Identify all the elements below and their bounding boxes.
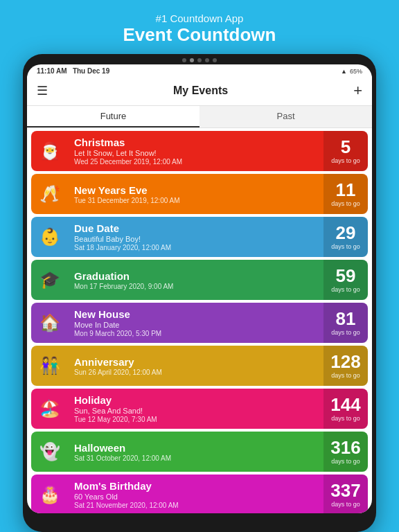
event-info: Mom's Birthday 60 Years Old Sat 21 Novem… — [69, 475, 323, 513]
event-icon: 🎅 — [31, 131, 69, 171]
event-countdown: 337 days to go — [323, 475, 368, 513]
event-name: Halloween — [74, 442, 318, 454]
event-row[interactable]: 🎅 Christmas Let It Snow, Let It Snow! We… — [31, 131, 368, 171]
event-icon: 🎓 — [31, 260, 69, 300]
event-icon: 🏖️ — [31, 389, 69, 429]
event-row[interactable]: 🏠 New House Move In Date Mon 9 March 202… — [31, 303, 368, 343]
event-name: Christmas — [74, 136, 318, 148]
event-row[interactable]: 👻 Halloween Sat 31 October 2020, 12:00 A… — [31, 432, 368, 472]
event-name: Holiday — [74, 394, 318, 406]
event-name: Due Date — [74, 222, 318, 234]
event-row[interactable]: 👶 Due Date Beautiful Baby Boy! Sat 18 Ja… — [31, 217, 368, 257]
countdown-label: days to go — [331, 501, 360, 508]
add-event-button[interactable]: + — [353, 82, 362, 100]
event-countdown: 81 days to go — [323, 303, 368, 343]
countdown-label: days to go — [331, 329, 360, 336]
event-name: New Years Eve — [74, 184, 318, 196]
event-icon: 🥂 — [31, 174, 69, 214]
event-countdown: 59 days to go — [323, 260, 368, 300]
countdown-number: 316 — [330, 438, 360, 456]
event-name: Graduation — [74, 270, 318, 282]
event-subtitle: Let It Snow, Let It Snow! — [74, 149, 318, 157]
countdown-label: days to go — [331, 372, 360, 379]
event-info: Halloween Sat 31 October 2020, 12:00 AM — [69, 432, 323, 472]
event-icon: 👻 — [31, 432, 69, 472]
dot-1 — [182, 58, 186, 62]
menu-icon[interactable]: ☰ — [37, 83, 48, 98]
tab-past[interactable]: Past — [200, 106, 372, 127]
event-info: New House Move In Date Mon 9 March 2020,… — [69, 303, 323, 343]
event-date: Sat 31 October 2020, 12:00 AM — [74, 454, 318, 462]
event-info: Christmas Let It Snow, Let It Snow! Wed … — [69, 131, 323, 171]
event-name: New House — [74, 308, 318, 320]
countdown-label: days to go — [331, 415, 360, 422]
event-subtitle: 60 Years Old — [74, 493, 318, 501]
event-date: Sat 21 November 2020, 12:00 AM — [74, 502, 318, 509]
event-date: Sat 18 January 2020, 12:00 AM — [74, 244, 318, 251]
event-subtitle: Move In Date — [74, 321, 318, 329]
event-info: Anniversary Sun 26 April 2020, 12:00 AM — [69, 346, 323, 386]
event-countdown: 29 days to go — [323, 217, 368, 257]
status-bar: 11:10 AM Thu Dec 19 ▲ 65% — [27, 64, 372, 76]
events-list[interactable]: 🎅 Christmas Let It Snow, Let It Snow! We… — [27, 128, 372, 513]
dot-4 — [205, 58, 209, 62]
countdown-number: 144 — [330, 396, 360, 414]
countdown-number: 337 — [330, 481, 360, 499]
event-row[interactable]: 👫 Anniversary Sun 26 April 2020, 12:00 A… — [31, 346, 368, 386]
countdown-label: days to go — [331, 200, 360, 207]
countdown-label: days to go — [331, 157, 360, 164]
countdown-number: 29 — [336, 224, 356, 242]
countdown-number: 5 — [341, 138, 351, 156]
event-info: Due Date Beautiful Baby Boy! Sat 18 Janu… — [69, 217, 323, 257]
countdown-number: 59 — [336, 267, 356, 285]
event-date: Mon 9 March 2020, 5:30 PM — [74, 330, 318, 337]
dot-3 — [197, 58, 202, 62]
event-date: Tue 31 December 2019, 12:00 AM — [74, 197, 318, 204]
event-subtitle: Beautiful Baby Boy! — [74, 235, 318, 243]
event-icon: 👶 — [31, 217, 69, 257]
event-row[interactable]: 🥂 New Years Eve Tue 31 December 2019, 12… — [31, 174, 368, 214]
status-right: ▲ 65% — [341, 68, 362, 75]
app-title: Event Countdown — [123, 24, 276, 46]
countdown-label: days to go — [331, 243, 360, 250]
nav-title: My Events — [173, 85, 228, 97]
event-countdown: 11 days to go — [323, 174, 368, 214]
tab-future[interactable]: Future — [27, 106, 200, 127]
event-icon: 🏠 — [31, 303, 69, 343]
event-icon: 🎂 — [31, 475, 69, 513]
event-subtitle: Sun, Sea And Sand! — [74, 407, 318, 415]
event-name: Mom's Birthday — [74, 480, 318, 492]
app-nav: ☰ My Events + — [27, 76, 372, 106]
status-time: 11:10 AM Thu Dec 19 — [37, 67, 109, 75]
event-icon: 👫 — [31, 346, 69, 386]
event-countdown: 316 days to go — [323, 432, 368, 472]
app-screen: 11:10 AM Thu Dec 19 ▲ 65% ☰ My Events + … — [27, 64, 372, 513]
event-countdown: 128 days to go — [323, 346, 368, 386]
event-row[interactable]: 🎂 Mom's Birthday 60 Years Old Sat 21 Nov… — [31, 475, 368, 513]
event-countdown: 144 days to go — [323, 389, 368, 429]
dot-2 — [190, 58, 194, 62]
countdown-label: days to go — [331, 286, 360, 293]
event-row[interactable]: 🎓 Graduation Mon 17 February 2020, 9:00 … — [31, 260, 368, 300]
event-info: Graduation Mon 17 February 2020, 9:00 AM — [69, 260, 323, 300]
countdown-number: 128 — [330, 353, 360, 371]
battery-icon: 65% — [350, 68, 362, 75]
event-row[interactable]: 🏖️ Holiday Sun, Sea And Sand! Tue 12 May… — [31, 389, 368, 429]
event-info: New Years Eve Tue 31 December 2019, 12:0… — [69, 174, 323, 214]
device-frame: 11:10 AM Thu Dec 19 ▲ 65% ☰ My Events + … — [23, 54, 376, 532]
wifi-icon: ▲ — [341, 68, 347, 75]
event-countdown: 5 days to go — [323, 131, 368, 171]
dot-5 — [213, 58, 217, 62]
top-header: #1 Countdown App Event Countdown — [123, 0, 276, 54]
countdown-label: days to go — [331, 458, 360, 465]
device-dots — [27, 58, 372, 62]
event-info: Holiday Sun, Sea And Sand! Tue 12 May 20… — [69, 389, 323, 429]
app-subtitle: #1 Countdown App — [123, 12, 276, 24]
tabs-bar: Future Past — [27, 106, 372, 128]
countdown-number: 81 — [336, 310, 356, 328]
countdown-number: 11 — [336, 181, 356, 199]
event-date: Sun 26 April 2020, 12:00 AM — [74, 369, 318, 376]
event-date: Tue 12 May 2020, 7:30 AM — [74, 416, 318, 423]
event-date: Wed 25 December 2019, 12:00 AM — [74, 158, 318, 166]
event-date: Mon 17 February 2020, 9:00 AM — [74, 283, 318, 290]
